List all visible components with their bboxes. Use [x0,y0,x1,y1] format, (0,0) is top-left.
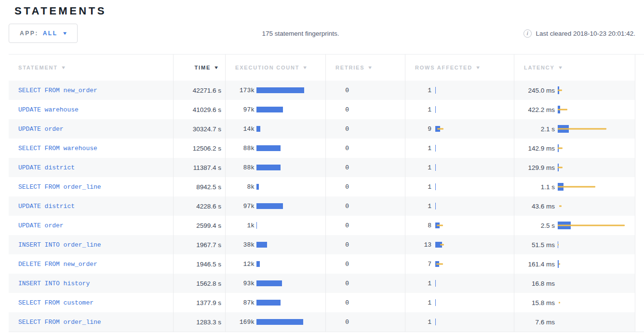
table-row-execution-count-cell: 173k [225,81,325,100]
statement-link[interactable]: UPDATE district [9,203,75,210]
latency-value: 245.0 ms [514,87,555,94]
table-row-retries-cell: 0 [325,81,405,100]
rows-affected-value: 7 [405,261,431,268]
statement-link[interactable]: DELETE FROM new_order [9,261,97,268]
bar-blue [256,107,283,112]
statement-link[interactable]: UPDATE order [9,222,64,229]
column-header-rows-affected[interactable]: ROWS AFFECTED ▼ [405,55,514,81]
stddev-line-yellow [558,244,559,246]
sort-arrow-icon: ▼ [61,65,66,70]
latency-bar [558,216,635,235]
table-row-retries-cell: 0 [325,216,405,235]
bar-blue [256,165,281,170]
statement-link[interactable]: INSERT INTO order_line [9,241,101,249]
rows-affected-value: 1 [405,87,431,94]
table-row-retries-cell: 0 [325,177,405,196]
retries-value: 0 [326,299,349,306]
stddev-line-yellow [437,225,443,226]
bar-blue [435,145,436,152]
table-row-rows-affected-cell: 1 [405,196,514,216]
statement-link[interactable]: UPDATE order [9,125,64,133]
stddev-line-yellow [558,128,606,130]
column-header-latency[interactable]: LATENCY ▼ [514,55,635,81]
latency-value: 129.9 ms [514,164,555,171]
rows-affected-value: 1 [405,145,431,152]
statement-link[interactable]: SELECT FROM new_order [9,87,97,94]
table-row-latency-cell: 51.5 ms [514,235,635,254]
time-value: 4228.6 s [174,203,225,210]
table-row-time-cell: 8942.5 s [173,177,225,196]
table-row-time-cell: 2599.4 s [173,216,225,235]
table-row-latency-cell: 7.6 ms [514,312,635,332]
execution-count-value: 12k [226,261,255,268]
statement-link[interactable]: SELECT FROM customer [9,299,94,306]
table-row-time-cell: 42271.6 s [173,81,225,100]
table-row-statement-cell: INSERT INTO history [9,274,173,293]
execution-count-value: 14k [226,125,255,133]
bar-blue [435,299,436,306]
stddev-line-yellow [436,264,443,265]
table-row-latency-cell: 422.2 ms [514,100,635,119]
rows-affected-value: 1 [405,319,431,326]
table-row-execution-count-cell: 14k [225,119,325,139]
column-header-retries[interactable]: RETRIES ▼ [325,55,405,81]
table-row-latency-cell: 15.8 ms [514,293,635,312]
column-header-execution-count[interactable]: EXECUTION COUNT ▼ [225,55,325,81]
latency-value: 1.1 s [514,183,555,191]
rows-affected-bar [435,254,514,274]
table-row-rows-affected-cell: 13 [405,235,514,254]
table-row-rows-affected-cell: 8 [405,216,514,235]
latency-bar [558,196,635,216]
latency-bar [558,235,635,254]
stddev-line-yellow [437,128,443,130]
execution-count-bar [256,177,325,196]
table-row-execution-count-cell: 88k [225,139,325,158]
statement-link[interactable]: SELECT FROM order_line [9,183,101,191]
rows-affected-bar [435,312,514,332]
sort-arrow-icon: ▼ [558,65,563,70]
retries-value: 0 [326,241,349,249]
execution-count-value: 93k [226,280,255,287]
statement-link[interactable]: UPDATE warehouse [9,106,79,113]
table-row-statement-cell: SELECT FROM order_line [9,312,173,332]
table-row-retries-cell: 0 [325,139,405,158]
statement-link[interactable]: INSERT INTO history [9,280,90,287]
retries-value: 0 [326,222,349,229]
execution-count-value: 88k [226,145,255,152]
table-row-latency-cell: 2.1 s [514,119,635,139]
execution-count-bar [256,196,325,216]
bar-blue [256,222,257,229]
execution-count-bar [256,235,325,254]
info-icon[interactable]: i [523,29,532,38]
execution-count-bar [256,100,325,119]
table-row-execution-count-cell: 97k [225,196,325,216]
execution-count-bar [256,254,325,274]
rows-affected-value: 1 [405,203,431,210]
latency-bar [558,274,635,293]
rows-affected-bar [435,216,514,235]
rows-affected-value: 9 [405,125,431,133]
execution-count-bar [256,119,325,139]
time-value: 11387.4 s [174,164,225,171]
column-header-time[interactable]: TIME ▼ [173,55,225,81]
execution-count-value: 88k [226,164,255,171]
stddev-line-yellow [558,186,595,188]
table-row-execution-count-cell: 38k [225,235,325,254]
statement-link[interactable]: SELECT FROM order_line [9,319,101,326]
execution-count-value: 87k [226,299,255,306]
statement-link[interactable]: UPDATE district [9,164,75,171]
statement-link[interactable]: SELECT FROM warehouse [9,145,97,152]
app-filter-dropdown[interactable]: APP: ALL ▼ [9,24,78,43]
table-row-statement-cell: DELETE FROM new_order [9,254,173,274]
rows-affected-value: 1 [405,280,431,287]
table-row-time-cell: 1967.7 s [173,235,225,254]
rows-affected-bar [435,274,514,293]
sort-arrow-icon: ▼ [367,65,373,70]
column-header-statement[interactable]: STATEMENT ▼ [9,55,173,81]
execution-count-value: 1k [226,222,255,229]
rows-affected-bar [435,119,514,139]
retries-value: 0 [326,203,349,210]
bar-blue [435,164,436,171]
execution-count-value: 173k [226,87,255,94]
retries-value: 0 [326,164,349,171]
